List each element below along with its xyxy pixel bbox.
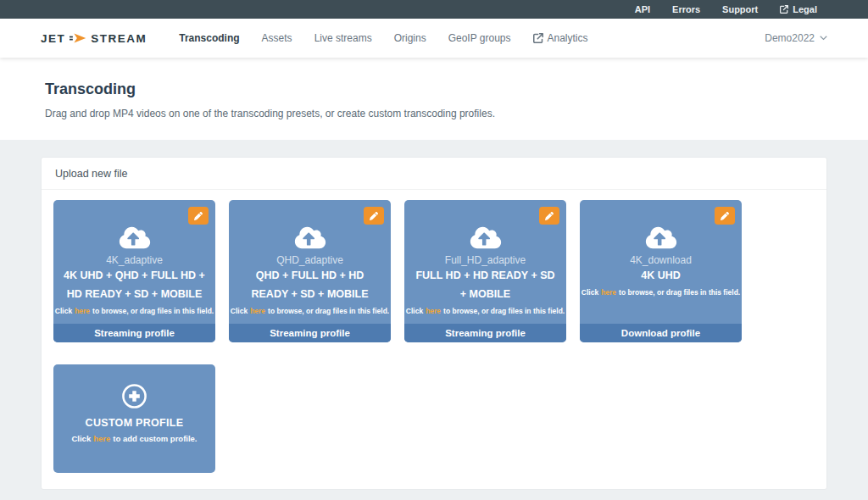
- topbar-link-api[interactable]: API: [635, 4, 650, 14]
- hint-text: Click: [71, 434, 91, 443]
- preset-tile-4K_download[interactable]: 4K_download 4K UHD Click here to browse,…: [580, 200, 742, 342]
- preset-formats: 4K UHD: [631, 267, 691, 286]
- external-link-icon: [780, 5, 788, 14]
- preset-row: 4K_adaptive 4K UHD + QHD + FULL HD + HD …: [53, 200, 815, 342]
- logo-text-stream: STREAM: [91, 32, 147, 45]
- hint-text: to browse, or drag files in this field.: [619, 288, 740, 297]
- preset-type-footer: Streaming profile: [404, 324, 566, 342]
- hint-text: to add custom profile.: [113, 434, 197, 443]
- cloud-upload-icon: [292, 225, 328, 250]
- nav-items: Transcoding Assets Live streams Origins …: [179, 32, 587, 44]
- preset-hint: Click here to browse, or drag files in t…: [406, 307, 565, 315]
- pencil-icon: [194, 212, 203, 220]
- page-title: Transcoding: [45, 81, 823, 98]
- nav-item-transcoding[interactable]: Transcoding: [179, 32, 239, 44]
- preset-hint: Click here to browse, or drag files in t…: [581, 288, 740, 297]
- preset-tile-Full_HD_adaptive[interactable]: Full_HD_adaptive FULL HD + HD READY + SD…: [404, 200, 566, 342]
- main-navbar: JET STREAM Transcoding Assets Live strea…: [0, 19, 868, 58]
- browse-link[interactable]: here: [250, 307, 265, 315]
- account-menu[interactable]: Demo2022: [765, 32, 827, 44]
- custom-profile-title: CUSTOM PROFILE: [86, 417, 184, 429]
- jetstream-logo[interactable]: JET STREAM: [41, 32, 147, 45]
- hint-text: Click: [406, 307, 423, 315]
- preset-name: Full_HD_adaptive: [445, 254, 526, 266]
- nav-item-analytics[interactable]: Analytics: [533, 32, 588, 44]
- preset-formats: FULL HD + HD READY + SD + MOBILE: [404, 267, 566, 304]
- nav-item-label: Analytics: [548, 32, 588, 44]
- topbar-link-label: Support: [722, 4, 758, 14]
- plus-circle-icon: [121, 383, 147, 409]
- pencil-icon: [370, 212, 378, 220]
- browse-link[interactable]: here: [426, 307, 441, 315]
- pencil-icon: [721, 212, 729, 220]
- edit-preset-button[interactable]: [715, 207, 735, 225]
- nav-item-label: Assets: [262, 32, 292, 44]
- hint-text: Click: [231, 307, 248, 315]
- topbar-link-label: Legal: [793, 4, 817, 14]
- preset-hint: Click here to browse, or drag files in t…: [55, 307, 214, 315]
- cloud-upload-icon: [117, 225, 153, 250]
- topbar-link-support[interactable]: Support: [722, 4, 758, 14]
- cloud-upload-icon: [468, 225, 504, 250]
- page-heading: Transcoding Drag and drop MP4 videos on …: [0, 58, 868, 140]
- preset-hint: Click here to browse, or drag files in t…: [231, 307, 389, 315]
- nav-item-origins[interactable]: Origins: [394, 32, 426, 44]
- nav-item-geoip-groups[interactable]: GeoIP groups: [448, 32, 511, 44]
- utility-topbar: API Errors Support Legal: [0, 0, 868, 19]
- preset-tile-4K_adaptive[interactable]: 4K_adaptive 4K UHD + QHD + FULL HD + HD …: [53, 200, 215, 342]
- account-label: Demo2022: [765, 32, 815, 44]
- preset-type-footer: Download profile: [580, 324, 742, 342]
- topbar-link-label: API: [635, 4, 650, 14]
- nav-item-live-streams[interactable]: Live streams: [314, 32, 372, 44]
- hint-text: Click: [581, 288, 598, 297]
- external-link-icon: [533, 33, 543, 43]
- browse-link[interactable]: here: [75, 307, 90, 315]
- preset-name: 4K_adaptive: [106, 254, 163, 266]
- topbar-link-errors[interactable]: Errors: [672, 4, 700, 14]
- nav-item-label: GeoIP groups: [448, 32, 511, 44]
- custom-profile-hint: Click here to add custom profile.: [71, 434, 197, 443]
- nav-item-label: Live streams: [314, 32, 372, 44]
- preset-type-footer: Streaming profile: [229, 324, 391, 342]
- hint-text: to browse, or drag files in this field.: [443, 307, 565, 315]
- edit-preset-button[interactable]: [188, 207, 209, 225]
- add-custom-profile-link[interactable]: here: [93, 434, 110, 443]
- nav-item-label: Transcoding: [179, 32, 239, 44]
- nav-item-assets[interactable]: Assets: [262, 32, 292, 44]
- edit-preset-button[interactable]: [364, 207, 384, 225]
- preset-formats: 4K UHD + QHD + FULL HD + HD READY + SD +…: [53, 267, 215, 304]
- page-subtitle: Drag and drop MP4 videos on one of the t…: [45, 108, 823, 119]
- preset-name: QHD_adaptive: [276, 254, 343, 266]
- edit-preset-button[interactable]: [539, 207, 559, 225]
- hint-text: Click: [55, 307, 72, 315]
- preset-name: 4K_download: [630, 254, 692, 266]
- preset-type-footer: Streaming profile: [53, 324, 215, 342]
- preset-formats: QHD + FULL HD + HD READY + SD + MOBILE: [229, 267, 391, 304]
- pencil-icon: [545, 212, 554, 220]
- upload-card-header: Upload new file: [42, 158, 826, 190]
- hint-text: to browse, or drag files in this field.: [268, 307, 389, 315]
- cloud-upload-icon: [643, 225, 679, 250]
- custom-profile-tile[interactable]: CUSTOM PROFILE Click here to add custom …: [53, 364, 215, 473]
- browse-link[interactable]: here: [601, 288, 616, 297]
- upload-card-body: 4K_adaptive 4K UHD + QHD + FULL HD + HD …: [42, 190, 826, 473]
- topbar-link-label: Errors: [672, 4, 700, 14]
- logo-text-jet: JET: [41, 32, 65, 45]
- nav-item-label: Origins: [394, 32, 426, 44]
- content-area: Upload new file 4K_adaptive 4K UHD + QHD…: [0, 140, 868, 500]
- preset-tile-QHD_adaptive[interactable]: QHD_adaptive QHD + FULL HD + HD READY + …: [229, 200, 391, 342]
- hint-text: to browse, or drag files in this field.: [92, 307, 214, 315]
- topbar-link-legal[interactable]: Legal: [780, 4, 817, 14]
- chevron-down-icon: [820, 36, 827, 41]
- upload-card: Upload new file 4K_adaptive 4K UHD + QHD…: [41, 157, 827, 490]
- arrow-right-icon: [70, 32, 86, 44]
